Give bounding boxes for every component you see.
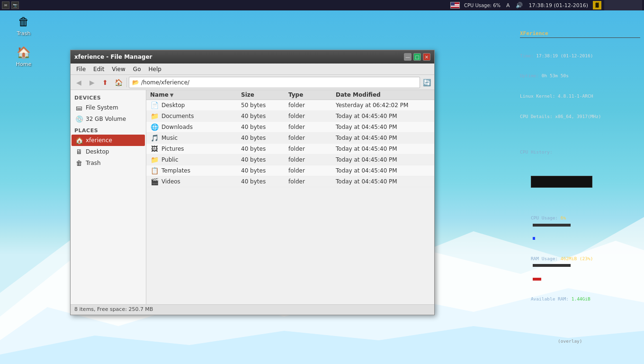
file-icon-pictures: 🖼: [150, 145, 159, 153]
col-size[interactable]: Size: [241, 91, 288, 98]
desktop-place-icon: 🖥: [75, 148, 83, 155]
file-icon-videos: 🎬: [150, 178, 159, 185]
trash-place-icon: 🗑: [75, 159, 83, 167]
menu-edit[interactable]: Edit: [89, 65, 108, 73]
conky-uptime-line: Uptime: 0h 53m 50s: [520, 73, 640, 79]
taskbar-time: 17:38:19 (01-12-2016): [527, 2, 590, 9]
up-button[interactable]: ⬆: [99, 76, 111, 89]
taskbar-email-icon[interactable]: ✉: [2, 1, 9, 9]
conky-cpu-graph: [520, 169, 640, 195]
refresh-button[interactable]: 🔄: [421, 77, 432, 88]
taskbar-camera-icon[interactable]: 📷: [11, 1, 19, 9]
conky-kernel-line: Linux Kernel: 4.8.11-1-ARCH: [520, 93, 640, 100]
sidebar-item-xferience[interactable]: 🏠 xferience: [72, 135, 145, 146]
status-text: 8 items, Free space: 250.7 MB: [74, 306, 153, 312]
trash-label: Trash: [17, 30, 30, 36]
taskbar-bar-end: [604, 0, 642, 10]
file-icon-desktop: 📄: [150, 101, 159, 109]
conky-panel: XFerience Time: 17:38:19 (01-12-2016) Up…: [516, 13, 644, 364]
file-icon-documents: 📁: [150, 112, 159, 120]
file-icon-public: 📁: [150, 156, 159, 164]
col-date[interactable]: Date Modified: [336, 91, 430, 98]
conky-cpu-usage-line: CPU Usage: 6%: [520, 208, 640, 235]
flag-icon[interactable]: [450, 2, 460, 9]
table-row[interactable]: 📁Public 40 bytes folder Today at 04:45:4…: [146, 155, 434, 165]
volume-icon-box[interactable]: 🔊: [514, 1, 524, 9]
col-name[interactable]: Name ▼: [150, 91, 241, 98]
table-row[interactable]: 📁Documents 40 bytes folder Today at 04:4…: [146, 111, 434, 122]
file-list-header: Name ▼ Size Type Date Modified: [146, 90, 434, 100]
places-header: PLACES: [71, 125, 146, 135]
maximize-button[interactable]: □: [413, 53, 421, 61]
conky-blank2: [520, 323, 640, 324]
toolbar-separator: [126, 78, 127, 87]
sidebar-item-desktop[interactable]: 🖥 Desktop: [72, 146, 145, 157]
content-area: DEVICES 🖴 File System 💿 32 GB Volume PLA…: [71, 90, 434, 304]
table-row[interactable]: 🎬Videos 40 bytes folder Today at 04:45:4…: [146, 176, 434, 187]
toolbar: ◀ ▶ ⬆ 🏠 📂 /home/xferience/ 🔄: [71, 75, 434, 90]
file-list: Name ▼ Size Type Date Modified 📄Desktop …: [146, 90, 434, 304]
trash-icon: 🗑: [16, 14, 31, 29]
home-icon: 🏠: [16, 45, 31, 60]
sidebar-item-32gb[interactable]: 💿 32 GB Volume: [72, 113, 145, 125]
col-type[interactable]: Type: [288, 91, 336, 98]
statusbar: 8 items, Free space: 250.7 MB: [71, 304, 434, 315]
menubar: File Edit View Go Help: [71, 64, 434, 75]
address-text: /home/xferience/: [141, 79, 189, 86]
table-row[interactable]: 🖼Pictures 40 bytes folder Today at 04:45…: [146, 144, 434, 155]
table-row[interactable]: 📄Desktop 50 bytes folder Yesterday at 06…: [146, 100, 434, 111]
home-label: Home: [16, 61, 31, 67]
devices-header: DEVICES: [71, 92, 146, 102]
close-button[interactable]: ✕: [423, 53, 430, 61]
taskbar-right: CPU Usage: 6% A 🔊 17:38:19 (01-12-2016) …: [450, 0, 642, 10]
conky-overlay-usage: Usage: 16.9MiB/256MiB - 6%: [520, 358, 640, 364]
table-row[interactable]: 📋Templates 40 bytes folder Today at 04:4…: [146, 165, 434, 176]
address-bar[interactable]: 📂 /home/xferience/: [129, 77, 420, 88]
desktop-icon-trash[interactable]: 🗑 Trash: [7, 14, 40, 36]
desktop-place-label: Desktop: [86, 148, 109, 155]
file-icon-templates: 📋: [150, 167, 159, 174]
table-row[interactable]: 🌐Downloads 40 bytes folder Today at 04:4…: [146, 122, 434, 133]
conky-cpu-details-line: CPU Details: x86_64, 3917(MHz): [520, 113, 640, 120]
menu-view[interactable]: View: [108, 65, 129, 73]
conky-cpu-history-line: CPU History:: [520, 149, 640, 155]
menu-go[interactable]: Go: [129, 65, 145, 73]
taskbar: ✉ 📷 CPU Usage: 6% A 🔊 17:38:19 (01-12-20…: [0, 0, 644, 10]
filesystem-label: File System: [86, 104, 118, 111]
home-nav-button[interactable]: 🏠: [112, 76, 125, 89]
taskbar-left: ✉ 📷: [2, 1, 19, 9]
font-icon: A: [506, 2, 510, 9]
filesystem-icon: 🖴: [75, 104, 83, 111]
sidebar-item-trash[interactable]: 🗑 Trash: [72, 157, 145, 169]
xferience-label: xferience: [86, 137, 112, 144]
forward-button[interactable]: ▶: [86, 76, 98, 89]
minimize-button[interactable]: —: [404, 53, 411, 61]
window-titlebar: xferience - File Manager — □ ✕: [71, 50, 434, 64]
back-button[interactable]: ◀: [72, 76, 85, 89]
window-title: xferience - File Manager: [74, 54, 152, 60]
conky-overlay-section: (overlay): [520, 338, 640, 345]
cpu-history-graph: [531, 176, 592, 188]
sidebar-item-filesystem[interactable]: 🖴 File System: [72, 102, 145, 113]
font-icon-box: A: [505, 2, 511, 9]
table-row[interactable]: 🎵Music 40 bytes folder Today at 04:45:40…: [146, 133, 434, 144]
conky-title: XFerience: [520, 30, 640, 38]
file-manager-window: xferience - File Manager — □ ✕ File Edit…: [70, 50, 435, 315]
menu-help[interactable]: Help: [144, 65, 165, 73]
xferience-home-icon: 🏠: [75, 136, 83, 144]
taskbar-yellow-indicator: ▓: [593, 1, 601, 9]
taskbar-indicator: CPU Usage: 6%: [463, 2, 502, 9]
volume-drive-icon: 💿: [75, 115, 83, 123]
file-icon-downloads: 🌐: [150, 123, 159, 131]
address-folder-icon: 📂: [132, 79, 139, 86]
h-indicator-label: CPU Usage: 6%: [464, 3, 501, 8]
trash-place-label: Trash: [86, 160, 101, 166]
menu-file[interactable]: File: [72, 65, 89, 73]
window-controls: — □ ✕: [404, 53, 430, 61]
sidebar: DEVICES 🖴 File System 💿 32 GB Volume PLA…: [71, 90, 146, 304]
desktop-icon-home[interactable]: 🏠 Home: [7, 45, 40, 67]
sort-arrow: ▼: [170, 92, 174, 98]
file-icon-music: 🎵: [150, 134, 159, 142]
conky-time-line: Time: 17:38:19 (01-12-2016): [520, 53, 640, 59]
32gb-label: 32 GB Volume: [86, 116, 126, 122]
